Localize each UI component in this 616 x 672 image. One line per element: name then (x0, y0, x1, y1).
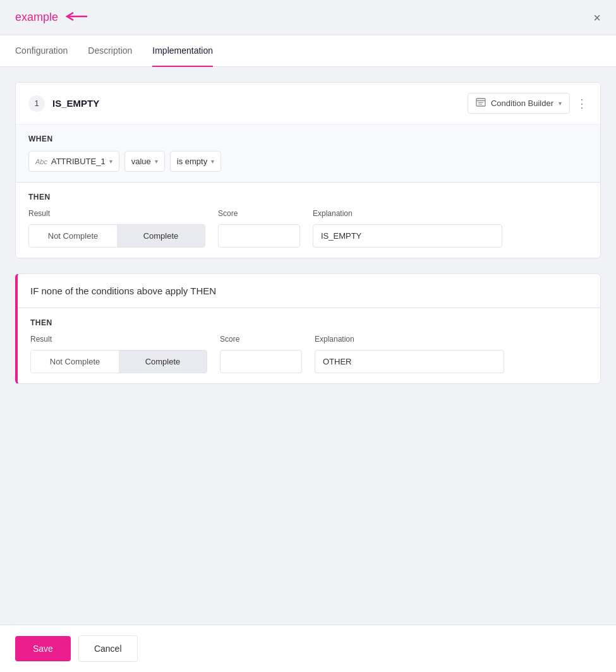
condition-card-header: 1 IS_EMPTY Condition Builder ▾ (16, 83, 600, 124)
ifnone-score-input[interactable] (220, 350, 302, 373)
header-left: example (15, 10, 88, 25)
ifnone-explanation-input[interactable] (315, 350, 504, 373)
ifnone-score-col: Score (220, 335, 302, 373)
tab-configuration[interactable]: Configuration (15, 35, 68, 67)
ifnone-result-label: Result (30, 335, 207, 344)
when-label: WHEN (28, 135, 588, 143)
ifnone-result-col: Result Not Complete Complete (30, 335, 207, 373)
condition-builder-icon (476, 97, 486, 109)
back-arrow-icon (66, 10, 88, 25)
example-link[interactable]: example (15, 11, 58, 24)
ifnone-explanation-label: Explanation (315, 335, 588, 344)
complete-button[interactable]: Complete (117, 225, 205, 247)
then-label: THEN (28, 193, 588, 201)
explanation-label: Explanation (313, 209, 588, 218)
operator-select[interactable]: value ▾ (124, 151, 165, 172)
condition-value: is empty (177, 157, 207, 166)
score-col: Score (218, 209, 300, 248)
abc-badge: Abc (35, 158, 47, 165)
condition-header-left: 1 IS_EMPTY (28, 95, 99, 112)
condition-select[interactable]: is empty ▾ (170, 151, 221, 172)
condition-builder-chevron: ▾ (559, 100, 562, 107)
result-row: Result Not Complete Complete Score Expla… (28, 209, 588, 248)
save-button[interactable]: Save (15, 636, 71, 661)
then-section: THEN Result Not Complete Complete Score … (16, 182, 600, 258)
tab-implementation[interactable]: Implementation (152, 35, 213, 67)
operator-chevron: ▾ (155, 158, 158, 165)
not-complete-button[interactable]: Not Complete (29, 225, 117, 247)
score-label: Score (218, 209, 300, 218)
attribute-select[interactable]: Abc ATTRIBUTE_1 ▾ (28, 151, 119, 172)
main-content: 1 IS_EMPTY Condition Builder ▾ (0, 67, 616, 414)
condition-builder-label: Condition Builder (491, 99, 553, 108)
ifnone-result-row: Result Not Complete Complete Score Expla… (30, 335, 588, 373)
when-section: WHEN Abc ATTRIBUTE_1 ▾ value ▾ is empty … (16, 124, 600, 182)
ifnone-then-label: THEN (30, 318, 588, 327)
ifnone-not-complete-button[interactable]: Not Complete (31, 351, 119, 373)
condition-title: IS_EMPTY (52, 98, 99, 109)
condition-chevron: ▾ (211, 158, 214, 165)
step-badge: 1 (28, 95, 45, 112)
tab-description[interactable]: Description (88, 35, 132, 67)
ifnone-header: IF none of the conditions above apply TH… (18, 274, 600, 308)
result-col: Result Not Complete Complete (28, 209, 205, 248)
operator-value: value (131, 157, 151, 166)
explanation-col: Explanation (313, 209, 588, 248)
header: example × (0, 0, 616, 35)
condition-header-right: Condition Builder ▾ ⋮ (468, 93, 588, 114)
ifnone-card: IF none of the conditions above apply TH… (15, 273, 601, 384)
condition-card: 1 IS_EMPTY Condition Builder ▾ (15, 82, 601, 258)
ifnone-explanation-col: Explanation (315, 335, 588, 373)
cancel-button[interactable]: Cancel (78, 635, 138, 662)
result-label: Result (28, 209, 205, 218)
tab-bar: Configuration Description Implementation (0, 35, 616, 67)
attribute-value: ATTRIBUTE_1 (51, 157, 106, 166)
close-button[interactable]: × (593, 11, 601, 24)
ifnone-toggle-group: Not Complete Complete (30, 350, 207, 373)
more-options-icon[interactable]: ⋮ (576, 97, 588, 111)
ifnone-then-section: THEN Result Not Complete Complete Score … (18, 308, 600, 383)
score-input[interactable] (218, 224, 300, 248)
ifnone-score-label: Score (220, 335, 302, 344)
result-toggle-group: Not Complete Complete (28, 224, 205, 248)
when-row: Abc ATTRIBUTE_1 ▾ value ▾ is empty ▾ (28, 151, 588, 172)
footer: Save Cancel (0, 625, 616, 672)
ifnone-complete-button[interactable]: Complete (119, 351, 207, 373)
explanation-input[interactable] (313, 224, 502, 248)
condition-builder-button[interactable]: Condition Builder ▾ (468, 93, 570, 114)
attribute-chevron: ▾ (109, 158, 112, 165)
